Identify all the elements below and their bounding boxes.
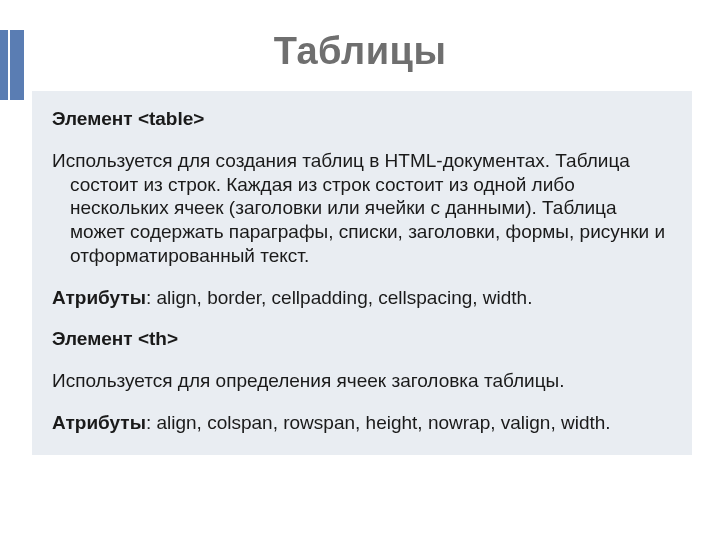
element-th-attrs: Атрибуты: align, colspan, rowspan, heigh… [52, 411, 672, 435]
element-table-desc: Используется для создания таблиц в HTML-… [52, 149, 672, 268]
element-table-heading: Элемент <table> [52, 107, 672, 131]
element-label: Элемент [52, 328, 133, 349]
bar-icon [0, 30, 8, 100]
bar-icon [10, 30, 24, 100]
element-label: Элемент [52, 108, 133, 129]
element-tag: <table> [138, 108, 205, 129]
attr-list: : align, colspan, rowspan, height, nowra… [146, 412, 611, 433]
decorative-side-bars [0, 30, 30, 100]
attr-label: Атрибуты [52, 287, 146, 308]
page-title: Таблицы [0, 30, 720, 73]
attr-label: Атрибуты [52, 412, 146, 433]
element-tag: <th> [138, 328, 178, 349]
element-table-attrs: Атрибуты: align, border, cellpadding, ce… [52, 286, 672, 310]
content-panel: Элемент <table> Используется для создани… [32, 91, 692, 455]
slide: Таблицы Элемент <table> Используется для… [0, 30, 720, 540]
element-th-heading: Элемент <th> [52, 327, 672, 351]
attr-list: : align, border, cellpadding, cellspacin… [146, 287, 533, 308]
element-th-desc: Используется для определения ячеек загол… [52, 369, 672, 393]
